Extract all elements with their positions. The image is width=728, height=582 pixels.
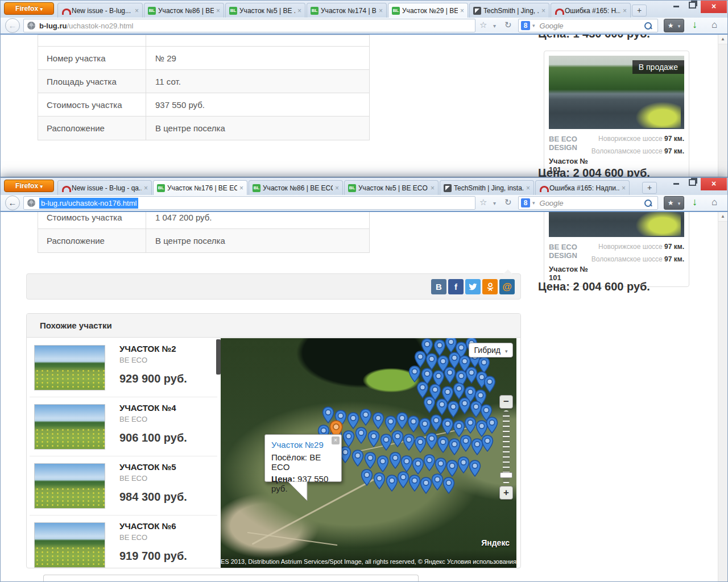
similar-plot-item[interactable]: УЧАСТОК №5BE ECO984 300 руб. <box>30 456 217 516</box>
similar-plot-item[interactable]: УЧАСТОК №2BE ECO929 900 руб. <box>30 338 217 397</box>
map-pin-icon[interactable] <box>351 450 364 467</box>
map-pin-icon[interactable] <box>444 367 456 384</box>
scroll-up-arrow[interactable]: ▲ <box>718 212 727 222</box>
home-button[interactable]: ⌂ <box>712 19 717 31</box>
tab-close-icon[interactable]: × <box>431 184 435 192</box>
bookmark-star-icon[interactable]: ☆ <box>479 20 487 30</box>
google-engine-icon[interactable]: 8 <box>521 198 530 207</box>
reload-icon[interactable]: ↻ <box>504 20 512 30</box>
vk-share-icon[interactable]: В <box>431 279 446 294</box>
map-pin-icon[interactable] <box>342 430 355 447</box>
tab-close-icon[interactable]: × <box>526 184 530 192</box>
map-pin-icon[interactable] <box>436 398 448 415</box>
tab-close-icon[interactable]: × <box>541 7 545 15</box>
map-pin-icon[interactable] <box>364 452 377 469</box>
similar-plot-item[interactable]: УЧАСТОК №4BE ECO906 100 руб. <box>30 397 217 456</box>
tab-close-icon[interactable]: × <box>335 184 339 192</box>
firefox-menu-button[interactable]: Firefox ▾ <box>4 180 54 192</box>
map-pin-icon[interactable] <box>389 452 402 469</box>
urlbar-dropdown-icon[interactable]: ▾ <box>493 23 496 29</box>
search-icon[interactable] <box>644 199 652 207</box>
map-pin-icon[interactable] <box>359 409 372 426</box>
zoom-slider-thumb[interactable] <box>500 472 512 478</box>
map-pin-icon[interactable] <box>407 415 420 433</box>
back-button[interactable]: ← <box>5 196 20 210</box>
page-scrollbar[interactable]: ▲ <box>718 212 727 581</box>
map-pin-icon[interactable] <box>435 458 447 475</box>
map-pin-icon[interactable] <box>446 460 458 477</box>
sidebar-plot-card[interactable]: В продаже BE ECO DESIGN Участок № 101 Но… <box>544 51 689 177</box>
tab-back_window-0[interactable]: New issue - B-lug...× <box>57 3 143 18</box>
page-scrollbar[interactable]: ▲ <box>718 35 727 177</box>
zoom-in-button[interactable]: + <box>499 486 513 500</box>
search-bar[interactable]: 8 ▾ Google <box>518 196 658 210</box>
map-pin-icon[interactable] <box>367 430 380 447</box>
terms-of-use-link[interactable]: Условия использования <box>447 558 516 565</box>
urlbar-dropdown-icon[interactable]: ▾ <box>493 200 496 206</box>
tab-back_window-6[interactable]: Ошибка #165: Н...× <box>551 3 631 18</box>
map-pin-icon[interactable] <box>486 417 498 434</box>
tab-close-icon[interactable]: × <box>135 7 139 15</box>
map-pin-icon[interactable] <box>460 435 472 452</box>
map-pin-icon[interactable] <box>431 473 444 490</box>
sidebar-plot-card[interactable]: BE ECO DESIGN Участок № 101 Новорижское … <box>544 212 689 287</box>
map-pin-icon[interactable] <box>448 438 461 455</box>
map-pin-icon[interactable] <box>377 455 389 472</box>
map-pin-icon[interactable] <box>391 430 404 447</box>
map-pin-icon[interactable] <box>355 427 367 444</box>
balloon-title-link[interactable]: Участок №29 <box>271 440 341 450</box>
yandex-map[interactable]: Гибрид ▾ − + × Участок №29 Посёлок: BE E… <box>221 338 516 568</box>
tab-back_window-5[interactable]: TechSmith | Jing, ...× <box>469 3 549 18</box>
new-tab-button[interactable]: + <box>632 5 647 16</box>
tab-back_window-2[interactable]: BLУчасток №5 | BE ...× <box>225 3 305 18</box>
tab-close-icon[interactable]: × <box>216 7 220 15</box>
map-pin-icon[interactable] <box>373 472 386 489</box>
engine-dropdown-icon[interactable]: ▾ <box>532 200 535 206</box>
map-pin-icon[interactable] <box>425 433 438 450</box>
list-scrollbar-thumb[interactable] <box>216 339 221 375</box>
tab-front_window-2[interactable]: BLУчасток №86 | BE ECO× <box>249 180 343 195</box>
new-tab-button[interactable]: + <box>642 182 657 194</box>
map-pin-icon[interactable] <box>464 417 477 434</box>
url-bar[interactable]: b-lug.ru/uchastok-no29.html <box>23 19 475 32</box>
map-pin-icon[interactable] <box>481 435 494 452</box>
map-pin-icon[interactable] <box>372 412 384 429</box>
reload-icon[interactable]: ↻ <box>504 197 512 207</box>
search-icon[interactable] <box>644 22 652 30</box>
firefox-menu-button[interactable]: Firefox ▾ <box>4 2 54 15</box>
map-pin-icon[interactable] <box>408 365 421 383</box>
map-pin-icon[interactable] <box>414 436 427 453</box>
map-pin-icon[interactable] <box>408 475 421 492</box>
bookmark-star-icon[interactable]: ☆ <box>479 197 487 207</box>
tab-close-icon[interactable]: × <box>144 184 148 192</box>
mailru-share-icon[interactable]: @ <box>499 279 515 294</box>
map-pin-icon[interactable] <box>400 455 413 472</box>
tab-close-icon[interactable]: × <box>297 7 301 15</box>
map-pin-icon[interactable] <box>423 454 436 471</box>
restore-button[interactable] <box>684 178 701 190</box>
facebook-share-icon[interactable]: f <box>448 279 464 294</box>
tab-close-icon[interactable]: × <box>623 7 627 15</box>
map-pin-icon[interactable] <box>447 401 460 418</box>
map-pin-icon[interactable] <box>469 460 481 477</box>
tab-front_window-1[interactable]: BLУчасток №176 | BE ECO× <box>153 180 247 195</box>
restore-button[interactable] <box>684 1 701 13</box>
twitter-share-icon[interactable] <box>465 279 481 294</box>
similar-plot-item[interactable]: УЧАСТОК №6BE ECO919 700 руб. <box>30 516 217 568</box>
search-bar[interactable]: 8 ▾ Google <box>518 19 658 32</box>
tab-close-icon[interactable]: × <box>622 184 626 192</box>
map-pin-icon[interactable] <box>430 414 442 431</box>
close-window-button[interactable]: × <box>701 1 727 13</box>
zoom-out-button[interactable]: − <box>499 395 513 409</box>
url-bar[interactable]: b-lug.ru/uchastok-no176.html <box>23 196 475 210</box>
map-type-button[interactable]: Гибрид ▾ <box>469 343 513 357</box>
map-pin-icon[interactable] <box>420 477 432 494</box>
bookmarks-menu-button[interactable]: ★ ▾ <box>664 19 684 32</box>
google-engine-icon[interactable]: 8 <box>521 21 530 30</box>
scroll-up-arrow[interactable]: ▲ <box>718 35 727 44</box>
tab-front_window-5[interactable]: Ошибка #165: Надпи...× <box>535 180 630 195</box>
tab-back_window-4[interactable]: BLУчасток №29 | BE...× <box>388 3 468 18</box>
home-button[interactable]: ⌂ <box>712 197 717 208</box>
tab-close-icon[interactable]: × <box>239 184 243 192</box>
tab-back_window-1[interactable]: BLУчасток №86 | BE...× <box>144 3 224 18</box>
